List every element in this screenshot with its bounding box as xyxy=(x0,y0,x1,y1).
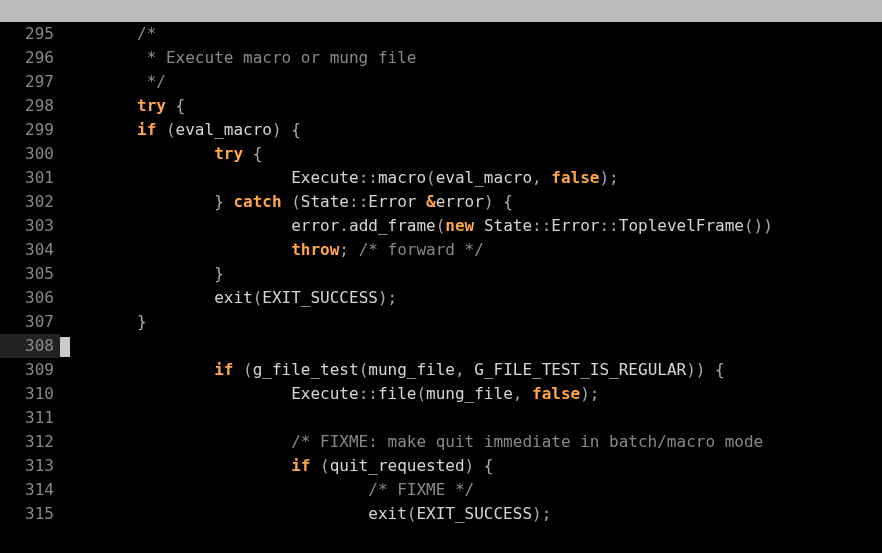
code-content[interactable] xyxy=(60,334,882,358)
code-content[interactable]: if (g_file_test(mung_file, G_FILE_TEST_I… xyxy=(60,358,882,382)
code-line[interactable]: 303 error.add_frame(new State::Error::To… xyxy=(0,214,882,238)
code-line[interactable]: 299 if (eval_macro) { xyxy=(0,118,882,142)
code-line[interactable]: 301 Execute::macro(eval_macro, false); xyxy=(0,166,882,190)
code-line[interactable]: 310 Execute::file(mung_file, false); xyxy=(0,382,882,406)
code-content[interactable]: * Execute macro or mung file xyxy=(60,46,882,70)
line-number: 307 xyxy=(0,310,60,334)
line-number: 296 xyxy=(0,46,60,70)
code-content[interactable]: try { xyxy=(60,94,882,118)
code-line[interactable]: 305 } xyxy=(0,262,882,286)
code-content[interactable]: /* FIXME: make quit immediate in batch/m… xyxy=(60,430,882,454)
line-number: 308 xyxy=(0,334,60,358)
code-line[interactable]: 302 } catch (State::Error &error) { xyxy=(0,190,882,214)
code-line[interactable]: 312 /* FIXME: make quit immediate in bat… xyxy=(0,430,882,454)
code-line[interactable]: 308 xyxy=(0,334,882,358)
title-bar: SciTECO - <Buffer> /home/rhaberkorn/work… xyxy=(0,0,882,22)
code-content[interactable]: /* FIXME */ xyxy=(60,478,882,502)
line-number: 303 xyxy=(0,214,60,238)
line-number: 311 xyxy=(0,406,60,430)
code-content[interactable]: throw; /* forward */ xyxy=(60,238,882,262)
editor-area[interactable]: 295 /*296 * Execute macro or mung file29… xyxy=(0,22,882,531)
code-line[interactable]: 297 */ xyxy=(0,70,882,94)
line-number: 304 xyxy=(0,238,60,262)
code-line[interactable]: 304 throw; /* forward */ xyxy=(0,238,882,262)
code-line[interactable]: 298 try { xyxy=(0,94,882,118)
code-content[interactable]: error.add_frame(new State::Error::Toplev… xyxy=(60,214,882,238)
line-number: 310 xyxy=(0,382,60,406)
code-content[interactable]: } catch (State::Error &error) { xyxy=(60,190,882,214)
code-line[interactable]: 295 /* xyxy=(0,22,882,46)
code-content[interactable]: try { xyxy=(60,142,882,166)
line-number: 297 xyxy=(0,70,60,94)
status-bar[interactable]: *ebsrc/main.cpp$(7030C) (419R)9<dl> xyxy=(0,531,882,553)
code-line[interactable]: 306 exit(EXIT_SUCCESS); xyxy=(0,286,882,310)
line-number: 300 xyxy=(0,142,60,166)
line-number: 313 xyxy=(0,454,60,478)
code-line[interactable]: 314 /* FIXME */ xyxy=(0,478,882,502)
code-line[interactable]: 315 exit(EXIT_SUCCESS); xyxy=(0,502,882,526)
line-number: 305 xyxy=(0,262,60,286)
text-cursor xyxy=(60,337,70,357)
line-number: 302 xyxy=(0,190,60,214)
code-content[interactable]: */ xyxy=(60,70,882,94)
code-line[interactable]: 313 if (quit_requested) { xyxy=(0,454,882,478)
line-number: 312 xyxy=(0,430,60,454)
code-line[interactable]: 296 * Execute macro or mung file xyxy=(0,46,882,70)
code-content[interactable]: exit(EXIT_SUCCESS); xyxy=(60,286,882,310)
code-content[interactable]: exit(EXIT_SUCCESS); xyxy=(60,502,882,526)
line-number: 309 xyxy=(0,358,60,382)
code-line[interactable]: 311 xyxy=(0,406,882,430)
code-content[interactable] xyxy=(60,406,882,430)
code-content[interactable]: /* xyxy=(60,22,882,46)
line-number: 298 xyxy=(0,94,60,118)
code-line[interactable]: 300 try { xyxy=(0,142,882,166)
code-line[interactable]: 309 if (g_file_test(mung_file, G_FILE_TE… xyxy=(0,358,882,382)
line-number: 315 xyxy=(0,502,60,526)
code-content[interactable]: if (quit_requested) { xyxy=(60,454,882,478)
line-number: 306 xyxy=(0,286,60,310)
line-number: 301 xyxy=(0,166,60,190)
code-line[interactable]: 307 } xyxy=(0,310,882,334)
line-number: 314 xyxy=(0,478,60,502)
code-content[interactable]: Execute::file(mung_file, false); xyxy=(60,382,882,406)
line-number: 299 xyxy=(0,118,60,142)
line-number: 295 xyxy=(0,22,60,46)
code-content[interactable]: Execute::macro(eval_macro, false); xyxy=(60,166,882,190)
code-content[interactable]: } xyxy=(60,262,882,286)
code-content[interactable]: } xyxy=(60,310,882,334)
code-content[interactable]: if (eval_macro) { xyxy=(60,118,882,142)
